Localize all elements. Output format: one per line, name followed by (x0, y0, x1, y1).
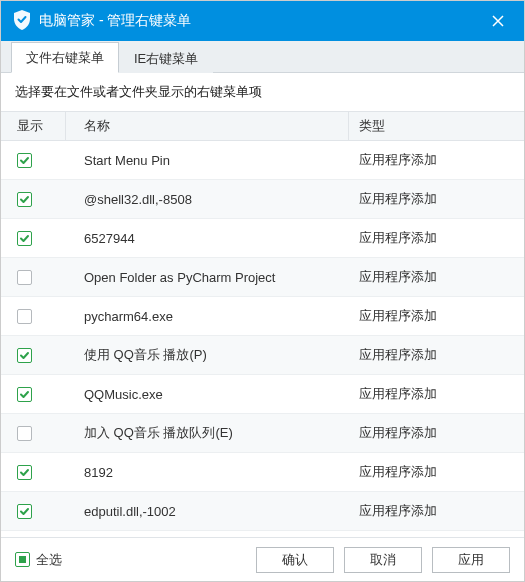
instruction-text: 选择要在文件或者文件夹显示的右键菜单项 (1, 73, 524, 111)
row-type: 应用程序添加 (349, 463, 524, 481)
row-type: 应用程序添加 (349, 346, 524, 364)
table-row[interactable]: QQMusic.exe应用程序添加 (1, 375, 524, 414)
select-all-label: 全选 (36, 551, 62, 569)
apply-button[interactable]: 应用 (432, 547, 510, 573)
select-all[interactable]: 全选 (15, 551, 62, 569)
row-type: 应用程序添加 (349, 190, 524, 208)
app-shield-icon (13, 10, 31, 33)
row-type: 应用程序添加 (349, 229, 524, 247)
row-name: 6527944 (66, 231, 349, 246)
select-all-checkbox[interactable] (15, 552, 30, 567)
row-name: QQMusic.exe (66, 387, 349, 402)
row-checkbox[interactable] (17, 231, 32, 246)
row-name: Open Folder as PyCharm Project (66, 270, 349, 285)
row-checkbox[interactable] (17, 192, 32, 207)
row-name: Start Menu Pin (66, 153, 349, 168)
row-checkbox[interactable] (17, 387, 32, 402)
row-type: 应用程序添加 (349, 268, 524, 286)
table-row[interactable]: 6527944应用程序添加 (1, 219, 524, 258)
header-name[interactable]: 名称 (66, 112, 349, 140)
menu-item-list[interactable]: Start Menu Pin应用程序添加@shell32.dll,-8508应用… (1, 141, 524, 537)
ok-button[interactable]: 确认 (256, 547, 334, 573)
table-row[interactable]: Open Folder as PyCharm Project应用程序添加 (1, 258, 524, 297)
table-row[interactable]: 加入 QQ音乐 播放队列(E)应用程序添加 (1, 414, 524, 453)
tab-0[interactable]: 文件右键菜单 (11, 42, 119, 73)
row-checkbox[interactable] (17, 465, 32, 480)
row-name: 使用 QQ音乐 播放(P) (66, 346, 349, 364)
table-header: 显示 名称 类型 (1, 111, 524, 141)
window-title: 电脑管家 - 管理右键菜单 (39, 12, 484, 30)
row-checkbox[interactable] (17, 153, 32, 168)
close-icon[interactable] (484, 7, 512, 35)
tabs: 文件右键菜单IE右键菜单 (1, 41, 524, 73)
row-checkbox[interactable] (17, 348, 32, 363)
table-row[interactable]: 使用 QQ音乐 播放(P)应用程序添加 (1, 336, 524, 375)
row-type: 应用程序添加 (349, 307, 524, 325)
header-check[interactable]: 显示 (1, 112, 66, 140)
header-type[interactable]: 类型 (349, 112, 524, 140)
table-row[interactable]: @shell32.dll,-8508应用程序添加 (1, 180, 524, 219)
footer: 全选 确认 取消 应用 (1, 537, 524, 581)
table-row[interactable]: Start Menu Pin应用程序添加 (1, 141, 524, 180)
row-checkbox[interactable] (17, 504, 32, 519)
window: 电脑管家 - 管理右键菜单 文件右键菜单IE右键菜单 选择要在文件或者文件夹显示… (0, 0, 525, 582)
table-row[interactable]: 8192应用程序添加 (1, 453, 524, 492)
cancel-button[interactable]: 取消 (344, 547, 422, 573)
titlebar: 电脑管家 - 管理右键菜单 (1, 1, 524, 41)
table-row[interactable]: edputil.dll,-1002应用程序添加 (1, 492, 524, 531)
row-type: 应用程序添加 (349, 424, 524, 442)
row-type: 应用程序添加 (349, 502, 524, 520)
row-name: pycharm64.exe (66, 309, 349, 324)
row-checkbox[interactable] (17, 270, 32, 285)
row-checkbox[interactable] (17, 309, 32, 324)
row-name: 加入 QQ音乐 播放队列(E) (66, 424, 349, 442)
table-row[interactable]: pycharm64.exe应用程序添加 (1, 297, 524, 336)
row-name: edputil.dll,-1002 (66, 504, 349, 519)
row-name: @shell32.dll,-8508 (66, 192, 349, 207)
tab-1[interactable]: IE右键菜单 (119, 43, 213, 73)
row-checkbox[interactable] (17, 426, 32, 441)
row-type: 应用程序添加 (349, 385, 524, 403)
row-type: 应用程序添加 (349, 151, 524, 169)
row-name: 8192 (66, 465, 349, 480)
